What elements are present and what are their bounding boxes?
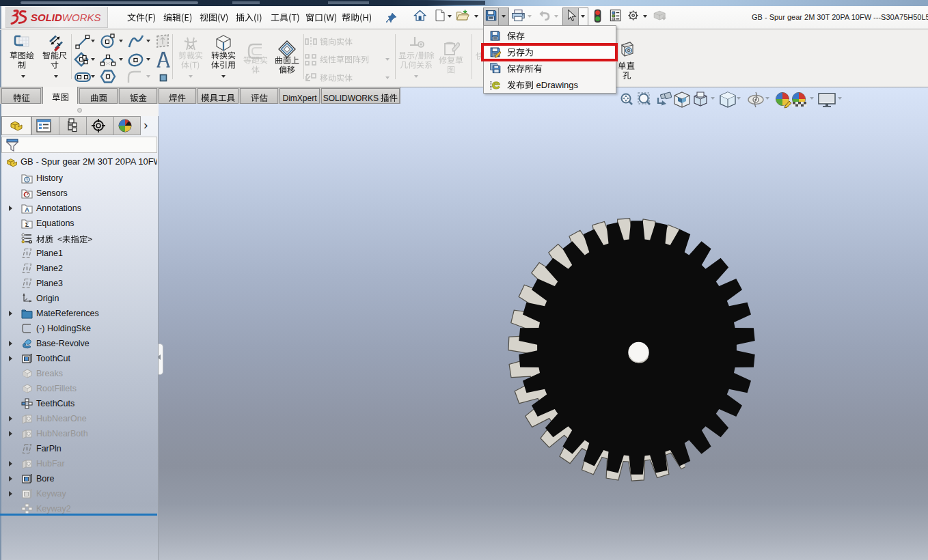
svg-text:A: A <box>25 206 29 213</box>
svg-text:Σ: Σ <box>25 221 29 228</box>
